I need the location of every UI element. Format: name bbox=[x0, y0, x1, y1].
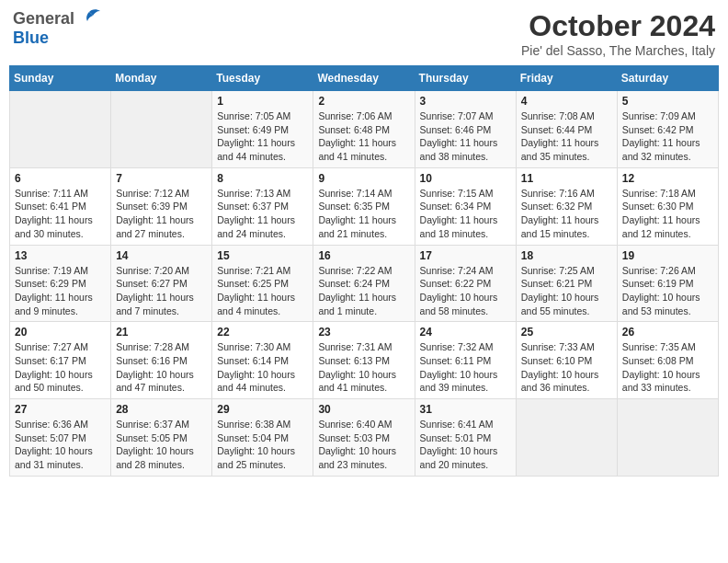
calendar-cell: 2Sunrise: 7:06 AMSunset: 6:48 PMDaylight… bbox=[313, 91, 415, 168]
day-number: 31 bbox=[420, 403, 511, 416]
day-info: Sunrise: 7:27 AMSunset: 6:17 PMDaylight:… bbox=[15, 340, 106, 395]
day-number: 18 bbox=[521, 249, 612, 262]
day-number: 22 bbox=[217, 326, 308, 339]
calendar-cell: 28Sunrise: 6:37 AMSunset: 5:05 PMDayligh… bbox=[111, 399, 212, 477]
calendar-cell: 9Sunrise: 7:14 AMSunset: 6:35 PMDaylight… bbox=[313, 167, 415, 245]
calendar-cell bbox=[516, 399, 617, 477]
calendar-cell: 10Sunrise: 7:15 AMSunset: 6:34 PMDayligh… bbox=[415, 167, 516, 245]
calendar-cell: 30Sunrise: 6:40 AMSunset: 5:03 PMDayligh… bbox=[313, 399, 415, 477]
calendar-week-row: 1Sunrise: 7:05 AMSunset: 6:49 PMDaylight… bbox=[10, 91, 719, 168]
day-number: 29 bbox=[217, 403, 308, 416]
calendar-cell: 18Sunrise: 7:25 AMSunset: 6:21 PMDayligh… bbox=[516, 245, 617, 322]
day-info: Sunrise: 7:06 AMSunset: 6:48 PMDaylight:… bbox=[318, 109, 409, 164]
calendar-cell: 20Sunrise: 7:27 AMSunset: 6:17 PMDayligh… bbox=[10, 322, 111, 399]
weekday-header-tuesday: Tuesday bbox=[212, 66, 313, 91]
calendar-cell bbox=[111, 91, 212, 168]
day-info: Sunrise: 6:38 AMSunset: 5:04 PMDaylight:… bbox=[217, 418, 308, 472]
calendar-table: SundayMondayTuesdayWednesdayThursdayFrid… bbox=[9, 65, 719, 477]
day-number: 27 bbox=[15, 403, 106, 416]
calendar-cell: 8Sunrise: 7:13 AMSunset: 6:37 PMDaylight… bbox=[212, 167, 313, 245]
day-info: Sunrise: 6:36 AMSunset: 5:07 PMDaylight:… bbox=[15, 418, 106, 472]
weekday-header-thursday: Thursday bbox=[415, 66, 516, 91]
day-number: 8 bbox=[217, 172, 308, 185]
day-info: Sunrise: 7:20 AMSunset: 6:27 PMDaylight:… bbox=[116, 264, 207, 318]
calendar-cell bbox=[10, 91, 111, 168]
day-info: Sunrise: 7:09 AMSunset: 6:42 PMDaylight:… bbox=[622, 109, 713, 164]
calendar-cell: 4Sunrise: 7:08 AMSunset: 6:44 PMDaylight… bbox=[516, 91, 617, 168]
calendar-cell: 1Sunrise: 7:05 AMSunset: 6:49 PMDaylight… bbox=[212, 91, 313, 168]
day-number: 13 bbox=[15, 249, 106, 262]
day-info: Sunrise: 7:08 AMSunset: 6:44 PMDaylight:… bbox=[521, 109, 612, 164]
day-number: 7 bbox=[116, 172, 207, 185]
calendar-cell: 14Sunrise: 7:20 AMSunset: 6:27 PMDayligh… bbox=[111, 245, 212, 322]
weekday-header-friday: Friday bbox=[516, 66, 617, 91]
day-info: Sunrise: 7:13 AMSunset: 6:37 PMDaylight:… bbox=[217, 187, 308, 241]
weekday-header-wednesday: Wednesday bbox=[313, 66, 415, 91]
day-number: 3 bbox=[420, 95, 511, 108]
calendar-cell bbox=[617, 399, 718, 477]
day-number: 15 bbox=[217, 249, 308, 262]
weekday-header-saturday: Saturday bbox=[617, 66, 718, 91]
calendar-cell: 27Sunrise: 6:36 AMSunset: 5:07 PMDayligh… bbox=[10, 399, 111, 477]
day-number: 5 bbox=[622, 95, 713, 108]
day-info: Sunrise: 7:24 AMSunset: 6:22 PMDaylight:… bbox=[420, 264, 511, 318]
day-info: Sunrise: 7:21 AMSunset: 6:25 PMDaylight:… bbox=[217, 264, 308, 318]
day-number: 23 bbox=[318, 326, 409, 339]
day-info: Sunrise: 7:07 AMSunset: 6:46 PMDaylight:… bbox=[420, 109, 511, 164]
day-number: 14 bbox=[116, 249, 207, 262]
weekday-header-sunday: Sunday bbox=[10, 66, 111, 91]
day-info: Sunrise: 7:05 AMSunset: 6:49 PMDaylight:… bbox=[217, 109, 308, 164]
day-number: 16 bbox=[318, 249, 409, 262]
calendar-cell: 23Sunrise: 7:31 AMSunset: 6:13 PMDayligh… bbox=[313, 322, 415, 399]
day-number: 30 bbox=[318, 403, 409, 416]
calendar-body: 1Sunrise: 7:05 AMSunset: 6:49 PMDaylight… bbox=[10, 91, 719, 477]
day-info: Sunrise: 7:26 AMSunset: 6:19 PMDaylight:… bbox=[622, 264, 713, 318]
day-info: Sunrise: 6:40 AMSunset: 5:03 PMDaylight:… bbox=[318, 418, 409, 472]
calendar-week-row: 13Sunrise: 7:19 AMSunset: 6:29 PMDayligh… bbox=[10, 245, 719, 322]
calendar-cell: 24Sunrise: 7:32 AMSunset: 6:11 PMDayligh… bbox=[415, 322, 516, 399]
day-info: Sunrise: 7:25 AMSunset: 6:21 PMDaylight:… bbox=[521, 264, 612, 318]
logo-blue-text: Blue bbox=[13, 29, 49, 48]
day-info: Sunrise: 7:30 AMSunset: 6:14 PMDaylight:… bbox=[217, 340, 308, 395]
calendar-cell: 3Sunrise: 7:07 AMSunset: 6:46 PMDaylight… bbox=[415, 91, 516, 168]
title-section: October 2024 Pie' del Sasso, The Marches… bbox=[521, 9, 715, 58]
calendar-cell: 29Sunrise: 6:38 AMSunset: 5:04 PMDayligh… bbox=[212, 399, 313, 477]
calendar-cell: 7Sunrise: 7:12 AMSunset: 6:39 PMDaylight… bbox=[111, 167, 212, 245]
calendar-cell: 21Sunrise: 7:28 AMSunset: 6:16 PMDayligh… bbox=[111, 322, 212, 399]
day-number: 4 bbox=[521, 95, 612, 108]
calendar-cell: 12Sunrise: 7:18 AMSunset: 6:30 PMDayligh… bbox=[617, 167, 718, 245]
day-number: 6 bbox=[15, 172, 106, 185]
location-text: Pie' del Sasso, The Marches, Italy bbox=[521, 43, 715, 58]
day-info: Sunrise: 7:28 AMSunset: 6:16 PMDaylight:… bbox=[116, 340, 207, 395]
logo-bird-icon bbox=[76, 8, 102, 29]
day-info: Sunrise: 6:41 AMSunset: 5:01 PMDaylight:… bbox=[420, 418, 511, 472]
day-number: 17 bbox=[420, 249, 511, 262]
calendar-cell: 15Sunrise: 7:21 AMSunset: 6:25 PMDayligh… bbox=[212, 245, 313, 322]
day-number: 28 bbox=[116, 403, 207, 416]
page-header: General Blue October 2024 Pie' del Sasso… bbox=[9, 9, 719, 58]
day-info: Sunrise: 7:16 AMSunset: 6:32 PMDaylight:… bbox=[521, 187, 612, 241]
calendar-cell: 6Sunrise: 7:11 AMSunset: 6:41 PMDaylight… bbox=[10, 167, 111, 245]
calendar-header-row: SundayMondayTuesdayWednesdayThursdayFrid… bbox=[10, 66, 719, 91]
day-number: 21 bbox=[116, 326, 207, 339]
day-info: Sunrise: 7:11 AMSunset: 6:41 PMDaylight:… bbox=[15, 187, 106, 241]
day-info: Sunrise: 7:35 AMSunset: 6:08 PMDaylight:… bbox=[622, 340, 713, 395]
day-info: Sunrise: 7:22 AMSunset: 6:24 PMDaylight:… bbox=[318, 264, 409, 318]
calendar-week-row: 6Sunrise: 7:11 AMSunset: 6:41 PMDaylight… bbox=[10, 167, 719, 245]
day-number: 24 bbox=[420, 326, 511, 339]
day-info: Sunrise: 7:14 AMSunset: 6:35 PMDaylight:… bbox=[318, 187, 409, 241]
calendar-cell: 13Sunrise: 7:19 AMSunset: 6:29 PMDayligh… bbox=[10, 245, 111, 322]
day-number: 25 bbox=[521, 326, 612, 339]
calendar-week-row: 20Sunrise: 7:27 AMSunset: 6:17 PMDayligh… bbox=[10, 322, 719, 399]
logo: General Blue bbox=[13, 9, 102, 48]
day-info: Sunrise: 7:15 AMSunset: 6:34 PMDaylight:… bbox=[420, 187, 511, 241]
day-number: 11 bbox=[521, 172, 612, 185]
day-number: 1 bbox=[217, 95, 308, 108]
day-info: Sunrise: 7:12 AMSunset: 6:39 PMDaylight:… bbox=[116, 187, 207, 241]
day-info: Sunrise: 7:31 AMSunset: 6:13 PMDaylight:… bbox=[318, 340, 409, 395]
day-info: Sunrise: 7:19 AMSunset: 6:29 PMDaylight:… bbox=[15, 264, 106, 318]
day-number: 10 bbox=[420, 172, 511, 185]
day-number: 9 bbox=[318, 172, 409, 185]
calendar-header: SundayMondayTuesdayWednesdayThursdayFrid… bbox=[10, 66, 719, 91]
calendar-cell: 17Sunrise: 7:24 AMSunset: 6:22 PMDayligh… bbox=[415, 245, 516, 322]
